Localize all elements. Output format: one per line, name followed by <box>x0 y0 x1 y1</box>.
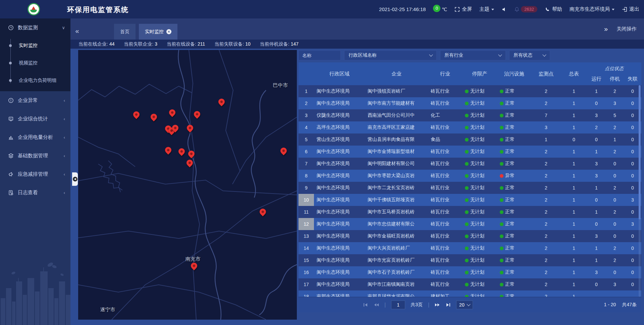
map-pin-icon[interactable] <box>260 209 266 215</box>
scroll-tabs-left-icon[interactable]: « <box>72 26 82 36</box>
map-pin-icon[interactable] <box>187 125 193 131</box>
help-button[interactable]: 帮助 <box>545 6 562 12</box>
map-pin-icon[interactable] <box>191 263 197 269</box>
cell-stop-count: 2 <box>606 242 624 254</box>
org-name: 南充市生态环境局 <box>570 6 610 12</box>
region-select[interactable]: 行政区域名称 <box>344 50 437 60</box>
map-pin-icon[interactable] <box>218 99 225 105</box>
table-row[interactable]: 8 阆中生态环境局 阆中市枣碧大梁山页岩 砖瓦行业 无计划 异常 2 1 3 0… <box>299 170 641 182</box>
map-pin-icon[interactable] <box>194 111 200 117</box>
column-header-monitor: 监测点 <box>531 62 561 85</box>
table-row[interactable]: 5 营山生态环境局 营山县润丰肉食品有限 食品 无计划 正常 1 0 0 1 0 <box>299 133 641 146</box>
status-bar: 当前在线企业:44 当前失联企业:3 当前在线设备:211 当前失联设备:10 … <box>70 40 644 49</box>
cell-facility-status: 正常 <box>497 146 531 158</box>
sidebar-item-1[interactable]: 企业异常 ‹ <box>0 91 70 110</box>
first-page-button[interactable] <box>363 303 368 307</box>
close-operations-button[interactable]: 关闭操作 <box>616 26 637 32</box>
sidebar-subitem[interactable]: 实时监控 <box>0 37 70 54</box>
sidebar-subitem[interactable]: 企业电力负荷明细 <box>0 72 70 89</box>
map-pin-icon[interactable] <box>172 125 178 131</box>
facility-label: 正常 <box>505 257 515 263</box>
table-row[interactable]: 15 阆中生态环境局 阆中市光富页岩机砖厂 砖瓦行业 无计划 正常 2 1 1 … <box>299 254 641 266</box>
cell-region: 阆中生态环境局 <box>314 242 365 254</box>
production-label: 无计划 <box>470 173 484 179</box>
scrollbar-thumb[interactable] <box>639 85 641 219</box>
table-row[interactable]: 10 阆中生态环境局 阆中千佛镇五郎垭页岩 砖瓦行业 无计划 正常 2 1 0 … <box>299 194 641 206</box>
tab-close-icon[interactable]: ✕ <box>166 29 171 34</box>
map-pin-icon[interactable] <box>280 148 287 154</box>
sidebar-item-4[interactable]: 基础数据管理 ‹ <box>0 147 70 165</box>
sidebar-item-0[interactable]: 数据监测 ∨ <box>0 18 70 37</box>
cell-facility-status: 正常 <box>497 133 531 146</box>
table-scrollbar[interactable] <box>639 85 641 297</box>
table-row[interactable]: 2 阆中生态环境局 阆中市南方节能建材有 砖瓦行业 无计划 正常 2 1 0 3… <box>299 97 641 109</box>
table-row[interactable]: 13 阆中生态环境局 阆中市金福旺页岩机砖 砖瓦行业 无计划 正常 2 1 3 … <box>299 230 641 242</box>
cell-run-count: 3 <box>587 109 606 121</box>
pagination-bar: | 共3页 | 20 1 - 20 共47条 <box>299 297 641 312</box>
sidebar-item-3[interactable]: 企业用电量分析 ‹ <box>0 128 70 147</box>
page-number-input[interactable] <box>391 301 405 309</box>
table-row[interactable]: 1 阆中生态环境局 阆中强锐页岩砖厂 砖瓦行业 无计划 正常 2 1 1 2 0 <box>299 85 641 97</box>
cell-monitor-count: 2 <box>531 254 561 266</box>
map-pin-icon[interactable] <box>165 147 171 153</box>
table-row[interactable]: 17 阆中生态环境局 阆中市江南镇阆南页岩 砖瓦行业 无计划 正常 2 1 0 … <box>299 278 641 290</box>
sidebar-item-5[interactable]: 应急减排管理 ‹ <box>0 165 70 183</box>
table-row[interactable]: 16 阆中生态环境局 阆中市石子页岩机砖厂 砖瓦行业 无计划 正常 2 1 3 … <box>299 266 641 278</box>
table-row[interactable]: 3 仪陇生态环境局 西南油气田分公司川中 化工 无计划 正常 7 1 3 5 0 <box>299 109 641 121</box>
facility-label: 正常 <box>505 209 515 215</box>
facility-label: 正常 <box>505 112 515 118</box>
cell-company: 阆中千佛镇五郎垭页岩 <box>365 194 428 206</box>
table-row[interactable]: 9 阆中生态环境局 阆中市二龙长宝页岩砖 砖瓦行业 无计划 正常 2 1 1 2… <box>299 182 641 194</box>
sidebar-item-2[interactable]: 企业综合统计 ‹ <box>0 110 70 128</box>
org-dropdown[interactable]: 南充市生态环境局 <box>570 6 614 12</box>
status-select[interactable]: 所有状态 <box>509 50 550 60</box>
page-size-select[interactable]: 20 <box>456 301 473 309</box>
cell-company: 阆中市五马桥页岩机砖 <box>365 206 428 218</box>
column-group-point-status: 点位状态 运行 停机 失联 <box>587 62 641 85</box>
sidebar-collapse-handle[interactable]: ◀ <box>72 172 78 186</box>
map-pin-icon[interactable] <box>133 111 140 118</box>
tab-1[interactable]: 实时监控 ✕ <box>139 24 177 40</box>
map-pin-icon[interactable] <box>186 160 193 166</box>
cell-company: 阆中市二龙长宝页岩砖 <box>365 182 428 194</box>
status-dot <box>500 222 503 226</box>
fullscreen-button[interactable]: 全屏 <box>454 6 472 12</box>
table-row[interactable]: 4 高坪生态环境局 南充市高坪区王家店建 砖瓦行业 无计划 正常 3 1 2 2… <box>299 121 641 133</box>
table-row[interactable]: 12 阆中生态环境局 阆中市忠信建材有限公 砖瓦行业 无计划 正常 2 1 0 … <box>299 218 641 230</box>
sidebar-item-6[interactable]: 日志查看 ‹ <box>0 183 70 202</box>
table-row[interactable]: 6 阆中生态环境局 阆中市金博瑞新型墙材 砖瓦行业 无计划 正常 2 1 1 2… <box>299 146 641 158</box>
notification-badge[interactable]: 2632 <box>521 6 537 12</box>
theme-dropdown[interactable]: 主题 <box>479 6 494 12</box>
map-pin-icon[interactable] <box>169 109 175 116</box>
chevron-icon: ‹ <box>64 116 65 121</box>
cell-seq: 7 <box>299 158 314 170</box>
tab-0[interactable]: 首页 <box>114 24 136 40</box>
sidebar-subitem[interactable]: 视频监控 <box>0 54 70 72</box>
cell-monitor-count: 2 <box>531 218 561 230</box>
next-page-button[interactable] <box>435 303 440 307</box>
map-pin-icon[interactable] <box>188 151 195 157</box>
industry-select[interactable]: 所有行业 <box>440 50 506 60</box>
company-name-input[interactable] <box>299 50 341 60</box>
divider: | <box>384 302 386 308</box>
table-row[interactable]: 18 南部生态环境局 南部县珂华水泥有限公 建材加工 无计划 正常 2 1 <box>299 290 641 297</box>
logout-button[interactable]: 退出 <box>622 6 639 12</box>
cell-facility-status: 正常 <box>497 278 531 290</box>
map-pin-icon[interactable] <box>178 148 185 155</box>
cell-total-meter: 1 <box>561 121 587 133</box>
scroll-tabs-right-icon[interactable]: » <box>604 25 608 33</box>
table-row[interactable]: 7 阆中生态环境局 阆中明阳建材有限公司 砖瓦行业 无计划 正常 2 1 3 0… <box>299 158 641 170</box>
notification-area[interactable]: 2632 <box>514 6 537 12</box>
cell-company: 阆中市江南镇阆南页岩 <box>365 278 428 290</box>
table-row[interactable]: 11 阆中生态环境局 阆中市五马桥页岩机砖 砖瓦行业 无计划 正常 2 1 1 … <box>299 206 641 218</box>
map-canvas[interactable]: 巴中市 南充市 遂宁市 <box>78 50 297 320</box>
previous-page-button[interactable] <box>374 303 379 307</box>
mute-button[interactable] <box>501 7 507 12</box>
region-select-value: 行政区域名称 <box>348 52 377 58</box>
column-group-title: 点位状态 <box>587 62 641 72</box>
last-page-button[interactable] <box>445 303 451 307</box>
table-row[interactable]: 14 阆中生态环境局 阆中大兴页岩机砖厂 砖瓦行业 无计划 正常 2 1 1 2… <box>299 242 641 254</box>
temperature-unit: ℃ <box>442 7 447 12</box>
production-label: 无计划 <box>470 209 484 215</box>
map-pin-icon[interactable] <box>151 114 157 120</box>
